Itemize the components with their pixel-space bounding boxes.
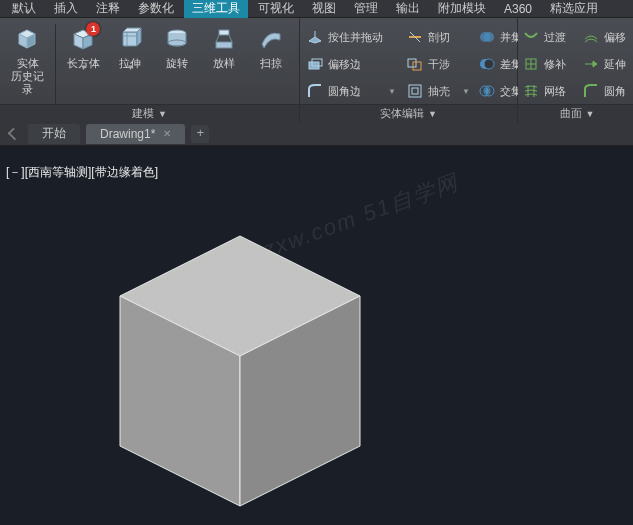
fillet-surf-label: 圆角 xyxy=(604,84,633,99)
interfere-label: 干涉 xyxy=(428,57,458,72)
dropdown-icon: ▼ xyxy=(462,87,470,96)
network-button[interactable]: 网络 xyxy=(520,78,576,104)
panel-solidedit-title[interactable]: 实体编辑▼ xyxy=(300,104,517,122)
presspull-label: 按住并拖动 xyxy=(328,30,383,45)
menu-parametric[interactable]: 参数化 xyxy=(130,0,182,18)
box-icon: 1 xyxy=(68,24,98,54)
sweep-label: 扫掠 xyxy=(260,57,282,70)
loft-icon xyxy=(209,24,239,54)
box-badge: 1 xyxy=(86,22,100,36)
shell-icon xyxy=(406,82,424,100)
svg-rect-9 xyxy=(409,85,421,97)
extrude-icon xyxy=(115,24,145,54)
loft-button[interactable]: 放样 xyxy=(203,22,246,70)
sweep-button[interactable]: 扫掠 xyxy=(250,22,293,70)
extend-label: 延伸 xyxy=(604,57,633,72)
offsetface-button[interactable]: 偏移边 xyxy=(302,51,400,77)
menu-insert[interactable]: 插入 xyxy=(46,0,86,18)
extend-icon xyxy=(582,55,600,73)
offset-icon xyxy=(582,28,600,46)
loft-label: 放样 xyxy=(213,57,235,70)
svg-point-12 xyxy=(484,32,494,42)
tab-start-label: 开始 xyxy=(42,125,66,142)
offsetface-label: 偏移边 xyxy=(328,57,382,72)
tab-drawing1[interactable]: Drawing1* ✕ xyxy=(86,124,185,144)
add-tab-button[interactable]: + xyxy=(191,125,209,143)
blend-icon xyxy=(522,28,540,46)
patch-label: 修补 xyxy=(544,57,574,72)
cube-model[interactable] xyxy=(60,176,420,525)
fillet-icon xyxy=(306,82,324,100)
shell-button[interactable]: 抽壳 ▼ xyxy=(404,78,472,104)
solid-history-icon xyxy=(13,24,43,54)
patch-button[interactable]: 修补 xyxy=(520,51,576,77)
menu-output[interactable]: 输出 xyxy=(388,0,428,18)
solid-history-button[interactable]: 实体 历史记录 xyxy=(6,22,49,96)
menu-visualize[interactable]: 可视化 xyxy=(250,0,302,18)
main-menubar: 默认 插入 注释 参数化 三维工具 可视化 视图 管理 输出 附加模块 A360… xyxy=(0,0,633,18)
svg-rect-10 xyxy=(412,88,418,94)
viewport[interactable]: [－][西南等轴测][带边缘着色] 51zxw.com 51自学网 xyxy=(0,146,633,525)
network-label: 网络 xyxy=(544,84,574,99)
menu-default[interactable]: 默认 xyxy=(4,0,44,18)
solid-history-label: 实体 历史记录 xyxy=(6,57,49,96)
offset-surf-button[interactable]: 偏移 xyxy=(580,24,633,50)
tab-nav-icon[interactable] xyxy=(8,127,21,140)
box-button[interactable]: 1 长方体 ▼ xyxy=(62,22,105,70)
interfere-icon xyxy=(406,55,424,73)
tab-start[interactable]: 开始 xyxy=(28,124,80,144)
svg-point-14 xyxy=(484,59,494,69)
ribbon: 实体 历史记录 1 长方体 ▼ 拉伸 ▼ xyxy=(0,18,633,122)
menu-a360[interactable]: A360 xyxy=(496,1,540,17)
fillet-surf-icon xyxy=(582,82,600,100)
slice-button[interactable]: 剖切 xyxy=(404,24,472,50)
menu-featured[interactable]: 精选应用 xyxy=(542,0,606,18)
panel-surface-title[interactable]: 曲面▼ xyxy=(518,104,633,122)
offset-label: 偏移 xyxy=(604,30,633,45)
menu-view[interactable]: 视图 xyxy=(304,0,344,18)
interfere-button[interactable]: 干涉 xyxy=(404,51,472,77)
union-icon xyxy=(478,28,496,46)
shell-label: 抽壳 xyxy=(428,84,458,99)
extrude-button[interactable]: 拉伸 ▼ xyxy=(109,22,152,70)
presspull-icon xyxy=(306,28,324,46)
menu-3dtools[interactable]: 三维工具 xyxy=(184,0,248,18)
svg-rect-8 xyxy=(413,62,421,70)
svg-rect-3 xyxy=(216,42,232,48)
fillet-surf-button[interactable]: 圆角 xyxy=(580,78,633,104)
slice-label: 剖切 xyxy=(428,30,458,45)
svg-rect-4 xyxy=(219,30,229,35)
document-tab-bar: 开始 Drawing1* ✕ + xyxy=(0,122,633,146)
close-icon[interactable]: ✕ xyxy=(163,128,171,139)
filletedge-label: 圆角边 xyxy=(328,84,382,99)
panel-modeling: 实体 历史记录 1 长方体 ▼ 拉伸 ▼ xyxy=(0,18,300,121)
divider xyxy=(55,24,56,104)
blend-button[interactable]: 过渡 xyxy=(520,24,576,50)
presspull-button[interactable]: 按住并拖动 xyxy=(302,24,400,50)
sweep-icon xyxy=(256,24,286,54)
offsetface-icon xyxy=(306,55,324,73)
panel-modeling-title[interactable]: 建模▼ xyxy=(0,104,299,122)
svg-rect-0 xyxy=(123,32,137,46)
tab-drawing1-label: Drawing1* xyxy=(100,127,155,141)
svg-rect-7 xyxy=(408,59,416,67)
extend-button[interactable]: 延伸 xyxy=(580,51,633,77)
menu-manage[interactable]: 管理 xyxy=(346,0,386,18)
revolve-icon xyxy=(162,24,192,54)
intersect-icon xyxy=(478,82,496,100)
slice-icon xyxy=(406,28,424,46)
patch-icon xyxy=(522,55,540,73)
panel-solidedit: 按住并拖动 偏移边 圆角边 ▼ 剖切 干 xyxy=(300,18,518,121)
panel-surface: 过渡 修补 网络 偏移 延伸 xyxy=(518,18,633,121)
network-icon xyxy=(522,82,540,100)
revolve-label: 旋转 xyxy=(166,57,188,70)
subtract-icon xyxy=(478,55,496,73)
revolve-button[interactable]: 旋转 xyxy=(156,22,199,70)
menu-addins[interactable]: 附加模块 xyxy=(430,0,494,18)
box-dropdown-icon[interactable]: ▼ xyxy=(80,63,88,72)
dropdown-icon: ▼ xyxy=(388,87,396,96)
extrude-dropdown-icon[interactable]: ▼ xyxy=(127,63,135,72)
filletedge-button[interactable]: 圆角边 ▼ xyxy=(302,78,400,104)
menu-annotate[interactable]: 注释 xyxy=(88,0,128,18)
blend-label: 过渡 xyxy=(544,30,574,45)
